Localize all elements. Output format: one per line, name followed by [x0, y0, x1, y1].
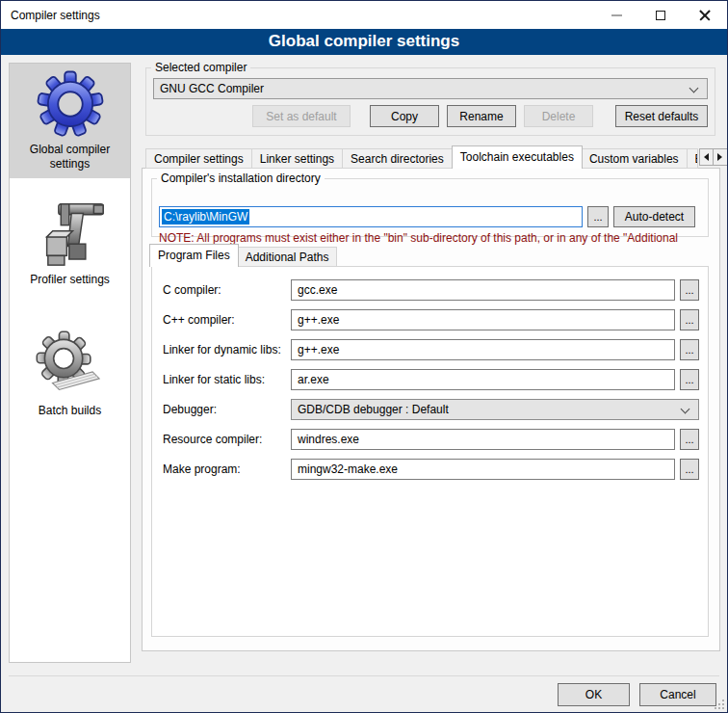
resource-compiler-label: Resource compiler: [163, 433, 291, 446]
c-compiler-value: gcc.exe [298, 283, 337, 297]
linker-for-dynamic-libs-input[interactable]: g++.exe [291, 339, 675, 360]
linker-for-dynamic-libs-label: Linker for dynamic libs: [163, 343, 291, 356]
c-compiler-label: C++ compiler: [163, 313, 291, 327]
cancel-button[interactable]: Cancel [639, 683, 716, 706]
linker-for-dynamic-libs-row: Linker for dynamic libs:g++.exe... [163, 339, 699, 360]
ok-button[interactable]: OK [558, 683, 630, 706]
delete-button[interactable]: Delete [524, 105, 593, 127]
tab-scroll-arrows [699, 148, 728, 166]
auto-detect-button[interactable]: Auto-detect [613, 206, 695, 227]
toolchain-fields: C compiler:gcc.exe...C++ compiler:g++.ex… [151, 266, 709, 637]
toolchain-executables-page: Compiler's installation directory C:\ray… [142, 168, 720, 651]
compiler-settings-dialog: Compiler settings Global compiler settin… [0, 0, 728, 713]
window-title: Compiler settings [1, 9, 100, 22]
installation-directory-browse-button[interactable]: ... [587, 206, 609, 227]
compiler-select-value: GNU GCC Compiler [160, 82, 264, 95]
sidebar-item-batch-builds[interactable]: Batch builds [10, 325, 130, 425]
close-button[interactable] [683, 1, 727, 29]
tab-compiler-settings[interactable]: Compiler settings [145, 148, 252, 169]
settings-sidebar: Global compiler settings [9, 63, 131, 663]
tab-toolchain-executables[interactable]: Toolchain executables [452, 145, 583, 169]
compiler-select[interactable]: GNU GCC Compiler [153, 78, 708, 99]
c-compiler-browse-button[interactable]: ... [680, 309, 699, 330]
selected-compiler-group: Selected compiler GNU GCC Compiler Set a… [145, 61, 715, 136]
maximize-button[interactable] [638, 1, 683, 29]
caliper-icon [33, 195, 108, 270]
copy-button[interactable]: Copy [370, 105, 439, 127]
debugger-value: GDB/CDB debugger : Default [298, 403, 449, 416]
tab-custom-variables[interactable]: Custom variables [582, 148, 688, 169]
arrow-left-icon [704, 153, 709, 161]
c-compiler-row: C++ compiler:g++.exe... [163, 309, 699, 330]
linker-for-static-libs-browse-button[interactable]: ... [680, 369, 699, 390]
tab-linker-settings[interactable]: Linker settings [252, 148, 343, 169]
c-compiler-browse-button[interactable]: ... [680, 279, 699, 301]
page-title: Global compiler settings [1, 29, 727, 55]
tab-scroll-right-button[interactable] [714, 148, 728, 166]
installation-directory-legend: Compiler's installation directory [157, 172, 325, 185]
maximize-icon [656, 11, 665, 20]
window-controls [594, 1, 727, 29]
sidebar-item-label: Batch builds [12, 404, 128, 418]
c-compiler-value: g++.exe [298, 313, 339, 327]
make-program-browse-button[interactable]: ... [680, 459, 699, 480]
linker-for-dynamic-libs-value: g++.exe [298, 343, 339, 356]
c-compiler-input[interactable]: gcc.exe [291, 279, 675, 301]
linker-for-static-libs-label: Linker for static libs: [163, 373, 291, 386]
linker-for-dynamic-libs-browse-button[interactable]: ... [680, 339, 699, 360]
set-as-default-button[interactable]: Set as default [252, 105, 351, 127]
debugger-label: Debugger: [163, 403, 291, 416]
installation-directory-group: Compiler's installation directory C:\ray… [151, 172, 709, 237]
tab-build-options[interactable]: Build options [688, 148, 698, 169]
reset-defaults-button[interactable]: Reset defaults [615, 105, 708, 127]
minimize-icon [611, 14, 622, 16]
debugger-row: Debugger:GDB/CDB debugger : Default [163, 399, 699, 420]
compiler-buttons-row: Set as default Copy Rename Delete Reset … [146, 105, 708, 127]
tab-scroll-left-button[interactable] [699, 148, 714, 166]
close-icon [698, 9, 712, 22]
resource-compiler-row: Resource compiler:windres.exe... [163, 429, 699, 450]
rename-button[interactable]: Rename [447, 105, 516, 127]
c-compiler-input[interactable]: g++.exe [291, 309, 675, 330]
resource-compiler-browse-button[interactable]: ... [680, 429, 699, 450]
arrow-right-icon [717, 153, 722, 161]
make-program-label: Make program: [163, 462, 291, 476]
linker-for-static-libs-value: ar.exe [298, 373, 329, 386]
debugger-select[interactable]: GDB/CDB debugger : Default [291, 399, 699, 420]
c-compiler-label: C compiler: [163, 283, 291, 297]
sidebar-item-label: Profiler settings [12, 273, 128, 287]
resource-compiler-input[interactable]: windres.exe [291, 429, 675, 450]
subtab-program-files[interactable]: Program Files [149, 244, 239, 267]
resource-compiler-value: windres.exe [298, 433, 359, 446]
program-files-tabstrip: Program Files Additional Paths [150, 245, 337, 267]
minimize-button[interactable] [594, 1, 638, 29]
linker-for-static-libs-row: Linker for static libs:ar.exe... [163, 369, 699, 390]
selected-path-text: C:\raylib\MinGW [162, 209, 249, 224]
make-program-input[interactable]: mingw32-make.exe [291, 459, 675, 480]
make-program-value: mingw32-make.exe [298, 462, 398, 476]
sidebar-item-label: Global compiler settings [12, 143, 128, 172]
c-compiler-row: C compiler:gcc.exe... [163, 279, 699, 301]
blue-gear-icon [35, 68, 106, 140]
titlebar: Compiler settings [1, 1, 727, 29]
bin-subdirectory-note: NOTE: All programs must exist either in … [159, 231, 704, 245]
footer-separator [9, 675, 719, 676]
make-program-row: Make program:mingw32-make.exe... [163, 459, 699, 480]
selected-compiler-legend: Selected compiler [151, 61, 250, 74]
linker-for-static-libs-input[interactable]: ar.exe [291, 369, 675, 390]
sidebar-item-profiler-settings[interactable]: Profiler settings [10, 190, 130, 294]
sidebar-item-global-compiler-settings[interactable]: Global compiler settings [10, 64, 130, 178]
chevron-down-icon [689, 84, 699, 93]
installation-directory-input[interactable]: C:\raylib\MinGW [159, 206, 583, 227]
subtab-additional-paths[interactable]: Additional Paths [238, 247, 338, 267]
chevron-down-icon [681, 405, 690, 414]
gear-stack-icon [35, 330, 106, 401]
tab-search-directories[interactable]: Search directories [343, 148, 453, 169]
main-tabstrip: Compiler settings Linker settings Search… [145, 145, 718, 169]
resize-grip[interactable] [715, 700, 724, 709]
